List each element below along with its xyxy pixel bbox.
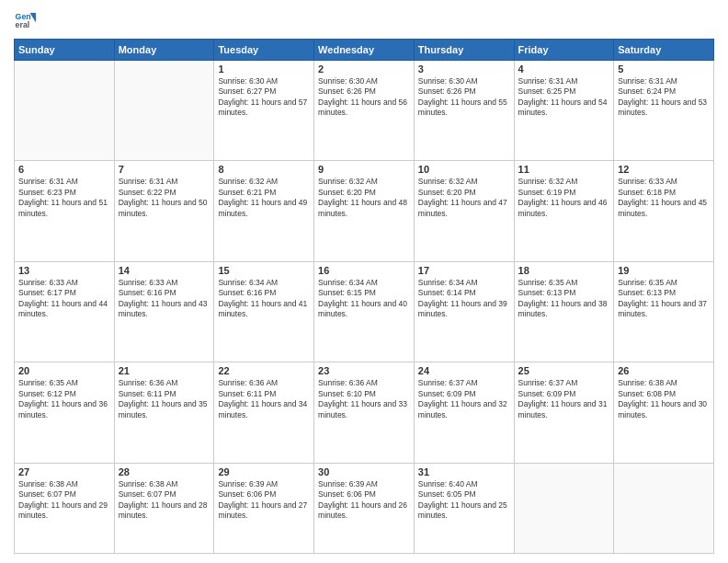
calendar-cell: 12Sunrise: 6:33 AMSunset: 6:18 PMDayligh…	[614, 161, 714, 261]
day-info: Sunrise: 6:30 AMSunset: 6:27 PMDaylight:…	[218, 76, 310, 119]
calendar-cell: 16Sunrise: 6:34 AMSunset: 6:15 PMDayligh…	[314, 261, 415, 362]
svg-text:eral: eral	[16, 20, 30, 29]
day-number: 6	[18, 164, 110, 175]
day-info: Sunrise: 6:31 AMSunset: 6:23 PMDaylight:…	[18, 177, 110, 219]
day-number: 28	[119, 466, 210, 477]
calendar-cell: 30Sunrise: 6:39 AMSunset: 6:06 PMDayligh…	[314, 463, 415, 553]
calendar-cell: 4Sunrise: 6:31 AMSunset: 6:25 PMDaylight…	[514, 61, 614, 161]
day-number: 8	[218, 164, 310, 175]
day-info: Sunrise: 6:39 AMSunset: 6:06 PMDaylight:…	[218, 479, 310, 522]
day-number: 23	[318, 365, 410, 376]
day-number: 16	[318, 265, 410, 276]
calendar-cell: 3Sunrise: 6:30 AMSunset: 6:26 PMDaylight…	[414, 61, 514, 161]
day-number: 12	[618, 164, 710, 175]
calendar-cell	[514, 463, 614, 553]
calendar-cell: 21Sunrise: 6:36 AMSunset: 6:11 PMDayligh…	[114, 362, 214, 463]
weekday-header-sunday: Sunday	[15, 40, 115, 61]
calendar-cell: 26Sunrise: 6:38 AMSunset: 6:08 PMDayligh…	[614, 362, 714, 463]
page: Gen eral SundayMondayTuesdayWednesdayThu…	[0, 0, 728, 563]
weekday-header-friday: Friday	[514, 40, 614, 61]
calendar-cell	[114, 61, 214, 161]
day-info: Sunrise: 6:36 AMSunset: 6:10 PMDaylight:…	[318, 378, 410, 420]
calendar-cell: 6Sunrise: 6:31 AMSunset: 6:23 PMDaylight…	[15, 161, 115, 261]
day-info: Sunrise: 6:30 AMSunset: 6:26 PMDaylight:…	[418, 76, 510, 119]
calendar-cell: 15Sunrise: 6:34 AMSunset: 6:16 PMDayligh…	[214, 261, 314, 362]
weekday-header-tuesday: Tuesday	[214, 40, 314, 61]
day-number: 18	[518, 265, 610, 276]
calendar: SundayMondayTuesdayWednesdayThursdayFrid…	[14, 39, 714, 554]
calendar-cell: 1Sunrise: 6:30 AMSunset: 6:27 PMDaylight…	[214, 61, 314, 161]
day-number: 24	[418, 365, 510, 376]
day-info: Sunrise: 6:30 AMSunset: 6:26 PMDaylight:…	[318, 76, 410, 119]
day-number: 2	[318, 63, 410, 75]
day-info: Sunrise: 6:33 AMSunset: 6:18 PMDaylight:…	[618, 177, 710, 219]
calendar-cell: 23Sunrise: 6:36 AMSunset: 6:10 PMDayligh…	[314, 362, 415, 463]
calendar-cell: 11Sunrise: 6:32 AMSunset: 6:19 PMDayligh…	[514, 161, 614, 261]
day-number: 3	[418, 63, 510, 75]
day-number: 10	[418, 164, 510, 175]
calendar-cell: 19Sunrise: 6:35 AMSunset: 6:13 PMDayligh…	[614, 261, 714, 362]
week-row-1: 1Sunrise: 6:30 AMSunset: 6:27 PMDaylight…	[15, 61, 714, 161]
calendar-cell	[15, 61, 115, 161]
day-number: 25	[518, 365, 610, 376]
day-info: Sunrise: 6:32 AMSunset: 6:20 PMDaylight:…	[318, 177, 410, 219]
calendar-cell: 17Sunrise: 6:34 AMSunset: 6:14 PMDayligh…	[414, 261, 514, 362]
calendar-cell: 7Sunrise: 6:31 AMSunset: 6:22 PMDaylight…	[114, 161, 214, 261]
day-info: Sunrise: 6:35 AMSunset: 6:12 PMDaylight:…	[18, 378, 110, 420]
calendar-cell: 9Sunrise: 6:32 AMSunset: 6:20 PMDaylight…	[314, 161, 415, 261]
calendar-cell: 13Sunrise: 6:33 AMSunset: 6:17 PMDayligh…	[15, 261, 115, 362]
day-number: 31	[418, 466, 510, 477]
day-info: Sunrise: 6:32 AMSunset: 6:21 PMDaylight:…	[218, 177, 310, 219]
calendar-cell: 25Sunrise: 6:37 AMSunset: 6:09 PMDayligh…	[514, 362, 614, 463]
day-info: Sunrise: 6:33 AMSunset: 6:17 PMDaylight:…	[18, 278, 110, 320]
day-info: Sunrise: 6:36 AMSunset: 6:11 PMDaylight:…	[119, 378, 210, 420]
day-number: 30	[318, 466, 410, 477]
day-info: Sunrise: 6:38 AMSunset: 6:07 PMDaylight:…	[119, 479, 210, 522]
day-number: 14	[119, 265, 210, 276]
day-info: Sunrise: 6:31 AMSunset: 6:24 PMDaylight:…	[618, 76, 710, 119]
day-number: 9	[318, 164, 410, 175]
day-info: Sunrise: 6:34 AMSunset: 6:14 PMDaylight:…	[418, 278, 510, 320]
day-number: 15	[218, 265, 310, 276]
calendar-cell: 27Sunrise: 6:38 AMSunset: 6:07 PMDayligh…	[15, 463, 115, 553]
day-info: Sunrise: 6:38 AMSunset: 6:07 PMDaylight:…	[18, 479, 110, 522]
calendar-cell: 29Sunrise: 6:39 AMSunset: 6:06 PMDayligh…	[214, 463, 314, 553]
day-number: 13	[18, 265, 110, 276]
day-info: Sunrise: 6:36 AMSunset: 6:11 PMDaylight:…	[218, 378, 310, 420]
week-row-4: 20Sunrise: 6:35 AMSunset: 6:12 PMDayligh…	[15, 362, 714, 463]
calendar-cell: 24Sunrise: 6:37 AMSunset: 6:09 PMDayligh…	[414, 362, 514, 463]
header: Gen eral	[14, 9, 714, 31]
day-number: 7	[119, 164, 210, 175]
day-info: Sunrise: 6:40 AMSunset: 6:05 PMDaylight:…	[418, 479, 510, 522]
calendar-cell: 22Sunrise: 6:36 AMSunset: 6:11 PMDayligh…	[214, 362, 314, 463]
day-info: Sunrise: 6:35 AMSunset: 6:13 PMDaylight:…	[618, 278, 710, 320]
week-row-3: 13Sunrise: 6:33 AMSunset: 6:17 PMDayligh…	[15, 261, 714, 362]
calendar-cell: 31Sunrise: 6:40 AMSunset: 6:05 PMDayligh…	[414, 463, 514, 553]
weekday-header-thursday: Thursday	[414, 40, 514, 61]
day-number: 20	[18, 365, 110, 376]
calendar-cell: 14Sunrise: 6:33 AMSunset: 6:16 PMDayligh…	[114, 261, 214, 362]
logo: Gen eral	[14, 9, 40, 31]
day-info: Sunrise: 6:38 AMSunset: 6:08 PMDaylight:…	[618, 378, 710, 420]
calendar-cell: 5Sunrise: 6:31 AMSunset: 6:24 PMDaylight…	[614, 61, 714, 161]
day-number: 29	[218, 466, 310, 477]
weekday-header-wednesday: Wednesday	[314, 40, 415, 61]
day-number: 26	[618, 365, 710, 376]
day-info: Sunrise: 6:34 AMSunset: 6:16 PMDaylight:…	[218, 278, 310, 320]
day-info: Sunrise: 6:31 AMSunset: 6:25 PMDaylight:…	[518, 76, 610, 119]
day-number: 27	[18, 466, 110, 477]
week-row-2: 6Sunrise: 6:31 AMSunset: 6:23 PMDaylight…	[15, 161, 714, 261]
calendar-cell: 28Sunrise: 6:38 AMSunset: 6:07 PMDayligh…	[114, 463, 214, 553]
week-row-5: 27Sunrise: 6:38 AMSunset: 6:07 PMDayligh…	[15, 463, 714, 553]
day-number: 19	[618, 265, 710, 276]
day-number: 17	[418, 265, 510, 276]
weekday-header-row: SundayMondayTuesdayWednesdayThursdayFrid…	[15, 40, 714, 61]
day-number: 21	[119, 365, 210, 376]
day-number: 11	[518, 164, 610, 175]
day-info: Sunrise: 6:35 AMSunset: 6:13 PMDaylight:…	[518, 278, 610, 320]
day-info: Sunrise: 6:32 AMSunset: 6:19 PMDaylight:…	[518, 177, 610, 219]
day-info: Sunrise: 6:37 AMSunset: 6:09 PMDaylight:…	[518, 378, 610, 420]
calendar-cell: 18Sunrise: 6:35 AMSunset: 6:13 PMDayligh…	[514, 261, 614, 362]
weekday-header-monday: Monday	[114, 40, 214, 61]
day-info: Sunrise: 6:31 AMSunset: 6:22 PMDaylight:…	[119, 177, 210, 219]
